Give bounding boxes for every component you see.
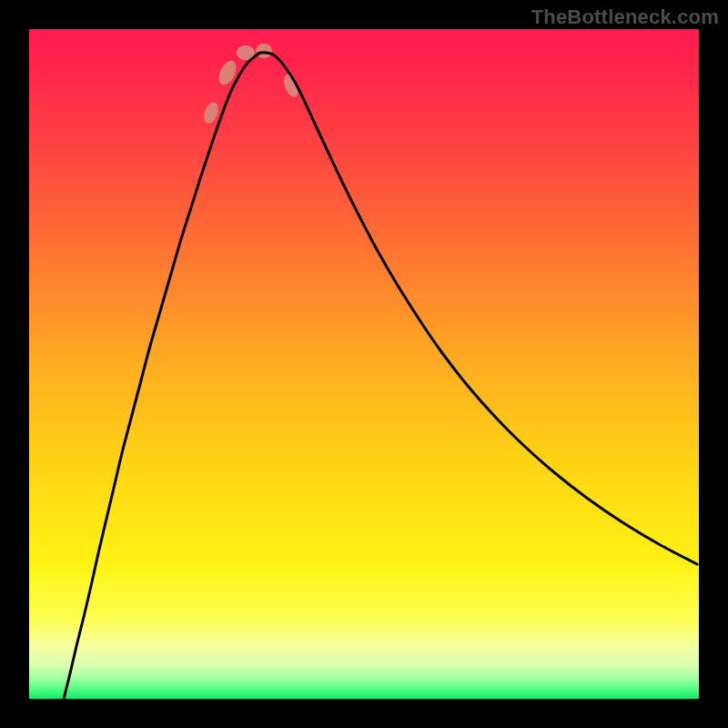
chart-frame: TheBottleneck.com (0, 0, 728, 728)
watermark-text: TheBottleneck.com (531, 5, 719, 29)
marker-blob (256, 44, 272, 58)
gradient-background (29, 29, 699, 699)
plot-area (29, 29, 699, 699)
chart-svg (29, 29, 699, 699)
